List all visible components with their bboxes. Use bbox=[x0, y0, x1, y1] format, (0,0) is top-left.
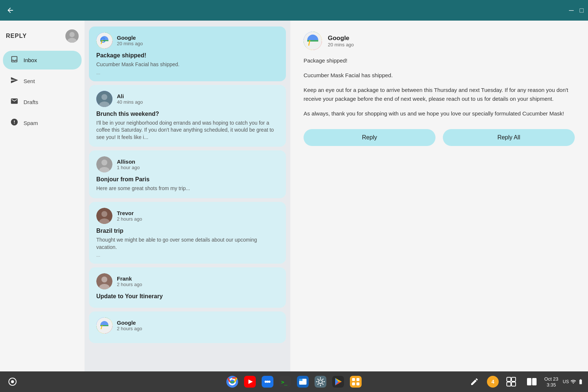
svg-point-26 bbox=[11, 380, 14, 383]
taskbar-files-icon[interactable] bbox=[295, 374, 311, 390]
email-sender-4: Trevor bbox=[117, 210, 142, 216]
email-dots-4: ... bbox=[96, 252, 279, 258]
email-item-3[interactable]: Allison 1 hour ago Bonjour from Paris He… bbox=[89, 150, 286, 198]
taskbar: >_ bbox=[0, 371, 588, 392]
taskbar-camera-icon[interactable] bbox=[4, 374, 21, 390]
taskbar-youtube-icon[interactable] bbox=[242, 374, 258, 390]
email-time-3: 1 hour ago bbox=[117, 165, 140, 170]
detail-avatar bbox=[304, 32, 322, 50]
svg-rect-23 bbox=[307, 40, 318, 42]
taskbar-pen-icon[interactable] bbox=[466, 374, 483, 390]
detail-time: 20 mins ago bbox=[328, 42, 354, 47]
svg-rect-57 bbox=[527, 378, 531, 385]
taskbar-split-icon[interactable] bbox=[524, 374, 540, 390]
email-item-5[interactable]: Frank 2 hours ago Update to Your Itinera… bbox=[89, 267, 286, 308]
email-header-2: Ali 40 mins ago bbox=[96, 91, 279, 107]
sidebar: REPLY Inbox bbox=[0, 21, 85, 371]
sidebar-item-sent[interactable]: Sent bbox=[3, 72, 82, 90]
battery-icon bbox=[578, 379, 584, 385]
sidebar-item-drafts[interactable]: Drafts bbox=[3, 93, 82, 111]
taskbar-date: Oct 23 bbox=[544, 376, 558, 382]
svg-rect-48 bbox=[350, 376, 362, 388]
email-item-6[interactable]: Google 2 hours ago bbox=[89, 311, 286, 343]
email-meta-6: Google 2 hours ago bbox=[117, 320, 142, 331]
email-meta-1: Google 20 mins ago bbox=[117, 35, 143, 46]
svg-point-35 bbox=[268, 381, 270, 383]
svg-rect-56 bbox=[512, 382, 516, 386]
taskbar-left bbox=[4, 374, 21, 390]
taskbar-messages-icon[interactable] bbox=[259, 374, 276, 390]
avatar[interactable] bbox=[65, 29, 79, 43]
email-subject-1: Package shipped! bbox=[96, 52, 279, 59]
sidebar-item-drafts-label: Drafts bbox=[24, 99, 38, 105]
email-subject-4: Brazil trip bbox=[96, 228, 279, 234]
email-avatar-1: G bbox=[96, 32, 112, 49]
email-sender-5: Frank bbox=[117, 275, 142, 282]
taskbar-apps-icon[interactable] bbox=[348, 374, 364, 390]
email-preview-1: Cucumber Mask Facial has shipped. bbox=[96, 61, 279, 68]
taskbar-region: US bbox=[563, 379, 569, 384]
email-sender-2: Ali bbox=[117, 93, 143, 99]
sent-icon bbox=[10, 76, 18, 86]
email-detail: Google 20 mins ago Package shipped! Cucu… bbox=[290, 21, 588, 371]
email-sender-6: Google bbox=[117, 320, 142, 326]
email-item-1[interactable]: G Google 20 mins ago Package shipped! Cu… bbox=[89, 26, 286, 81]
email-sender-3: Allison bbox=[117, 158, 140, 165]
email-preview-3: Here are some great shots from my trip..… bbox=[96, 185, 279, 192]
sidebar-item-sent-label: Sent bbox=[24, 78, 35, 84]
email-header-3: Allison 1 hour ago bbox=[96, 156, 279, 172]
main-container: REPLY Inbox bbox=[0, 21, 588, 371]
email-item-4[interactable]: Trevor 2 hours ago Brazil trip Thought w… bbox=[89, 202, 286, 264]
svg-rect-40 bbox=[299, 379, 302, 381]
email-dots-1: ... bbox=[96, 70, 279, 75]
svg-text:>_: >_ bbox=[281, 379, 287, 385]
email-preview-2: I'll be in your neighborhood doing erran… bbox=[96, 120, 279, 141]
email-subject-2: Brunch this weekend? bbox=[96, 111, 279, 117]
taskbar-settings-icon[interactable] bbox=[312, 374, 329, 390]
taskbar-chrome-icon[interactable] bbox=[224, 374, 240, 390]
svg-point-11 bbox=[101, 160, 107, 165]
minimize-button[interactable]: ─ bbox=[569, 7, 574, 14]
email-time-5: 2 hours ago bbox=[117, 282, 142, 287]
taskbar-status: US bbox=[563, 379, 584, 385]
reply-all-button[interactable]: Reply All bbox=[443, 129, 575, 146]
sidebar-item-spam[interactable]: Spam bbox=[3, 114, 82, 132]
maximize-button[interactable]: □ bbox=[580, 7, 584, 14]
svg-point-17 bbox=[101, 277, 107, 282]
taskbar-square-icon[interactable] bbox=[503, 374, 519, 390]
taskbar-date-time: Oct 23 3:35 bbox=[544, 376, 558, 388]
sidebar-nav: Inbox Sent Drafts bbox=[0, 50, 85, 133]
email-header-6: Google 2 hours ago bbox=[96, 317, 279, 334]
svg-rect-58 bbox=[532, 378, 537, 385]
taskbar-badge-icon[interactable]: 4 bbox=[487, 376, 499, 388]
svg-point-14 bbox=[101, 211, 107, 217]
email-meta-2: Ali 40 mins ago bbox=[117, 93, 143, 105]
taskbar-time: 3:35 bbox=[547, 382, 556, 388]
email-sender-1: Google bbox=[117, 35, 143, 41]
svg-rect-52 bbox=[356, 382, 359, 385]
svg-rect-50 bbox=[356, 378, 359, 381]
sidebar-item-inbox[interactable]: Inbox bbox=[3, 51, 82, 70]
email-preview-4: Thought we might be able to go over some… bbox=[96, 236, 279, 251]
email-time-6: 2 hours ago bbox=[117, 326, 142, 331]
detail-body-3: As always, thank you for shopping with u… bbox=[304, 109, 575, 118]
detail-header: Google 20 mins ago bbox=[304, 32, 575, 50]
detail-meta: Google 20 mins ago bbox=[328, 35, 354, 47]
wifi-icon bbox=[570, 379, 576, 385]
detail-body-2: Keep an eye out for a package to arrive … bbox=[304, 86, 575, 103]
reply-button[interactable]: Reply bbox=[304, 129, 435, 146]
sidebar-title: REPLY bbox=[6, 33, 27, 39]
taskbar-playstore-icon[interactable] bbox=[330, 374, 346, 390]
taskbar-terminal-icon[interactable]: >_ bbox=[277, 374, 293, 390]
svg-rect-53 bbox=[507, 377, 511, 381]
drafts-icon bbox=[10, 97, 18, 107]
svg-point-8 bbox=[101, 94, 107, 100]
svg-rect-54 bbox=[512, 377, 516, 381]
email-item-2[interactable]: Ali 40 mins ago Brunch this weekend? I'l… bbox=[89, 85, 286, 147]
email-avatar-6 bbox=[96, 317, 112, 334]
email-time-1: 20 mins ago bbox=[117, 41, 143, 46]
detail-actions: Reply Reply All bbox=[304, 129, 575, 146]
back-button[interactable] bbox=[4, 4, 16, 16]
svg-point-1 bbox=[69, 32, 75, 37]
svg-rect-49 bbox=[352, 378, 355, 381]
